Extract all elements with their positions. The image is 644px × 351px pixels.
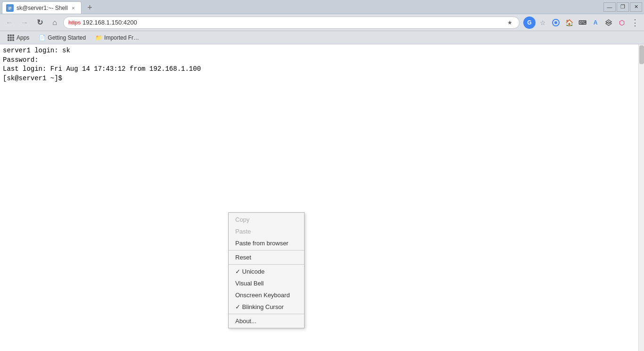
page-content: server1 login: sk Password: Last login: … [0, 44, 644, 351]
getting-started-bookmark[interactable]: 📄 Getting Started [35, 33, 90, 43]
terminal-line-3: Last login: Fri Aug 14 17:43:12 from 192… [3, 65, 641, 74]
ext-icon-2[interactable]: 🏠 [563, 17, 575, 29]
apps-grid-icon [8, 34, 14, 41]
terminal-line-2: Password: [3, 56, 641, 65]
terminal-line-1: server1 login: sk [3, 46, 641, 56]
address-bar[interactable]: https 192.168.1.150:4200 ★ [63, 17, 520, 29]
address-text: 192.168.1.150:4200 [83, 19, 505, 26]
ext-icon-keyboard[interactable]: ⌨ [576, 17, 588, 29]
minimize-button[interactable]: — [603, 2, 616, 12]
context-menu-section-4: About... [229, 314, 304, 328]
ext-icon-translate[interactable]: A [589, 17, 602, 29]
address-actions: ★ [505, 18, 514, 27]
context-menu-section-1: Copy Paste Paste from browser [229, 213, 304, 251]
new-tab-button[interactable]: + [83, 1, 97, 14]
bookmark-star-icon[interactable]: ★ [505, 18, 514, 27]
menu-button[interactable]: ⋮ [629, 17, 641, 29]
svg-rect-3 [8, 9, 10, 9]
reload-button[interactable]: ↻ [33, 16, 46, 29]
context-menu-section-2: Reset [229, 251, 304, 265]
page-icon: 📄 [39, 34, 46, 41]
tab-favicon [6, 4, 14, 12]
menu-item-copy[interactable]: Copy [229, 214, 304, 226]
imported-from-label: Imported From Fi [104, 34, 142, 41]
back-button[interactable]: ← [3, 16, 16, 29]
extension-icons: G ☆ 🏠 ⌨ A ⬡ ⋮ [523, 17, 641, 29]
apps-bookmark[interactable]: Apps [4, 33, 33, 43]
context-menu: Copy Paste Paste from browser Reset ✓ Un… [228, 212, 305, 328]
forward-button[interactable]: → [18, 16, 31, 29]
active-tab[interactable]: sk@server1:~- Shell × [2, 1, 82, 14]
menu-item-onscreen-keyboard[interactable]: Onscreen Keyboard [229, 289, 304, 301]
ext-icon-chrome[interactable] [550, 17, 562, 29]
menu-item-unicode[interactable]: ✓ Unicode [229, 266, 304, 277]
title-bar: sk@server1:~- Shell × + — ❐ ✕ [0, 0, 644, 14]
tab-close-button[interactable]: × [70, 4, 77, 12]
imported-from-bookmark[interactable]: 📁 Imported From Fi [91, 33, 146, 43]
terminal-area[interactable]: server1 login: sk Password: Last login: … [0, 44, 644, 351]
security-lock-icon: https [68, 19, 81, 26]
restore-button[interactable]: ❐ [617, 2, 629, 12]
svg-point-5 [554, 21, 557, 24]
tab-title: sk@server1:~- Shell [17, 5, 68, 11]
ext-icon-shield[interactable]: ⬡ [616, 17, 628, 29]
terminal-line-4: [sk@server1 ~]$ [3, 74, 641, 84]
scrollbar[interactable] [638, 44, 644, 351]
ext-icon-star[interactable]: ☆ [537, 17, 549, 29]
window-controls: — ❐ ✕ [603, 2, 642, 12]
close-button[interactable]: ✕ [630, 2, 642, 12]
browser-window: sk@server1:~- Shell × + — ❐ ✕ ← → ↻ ⌂ ht… [0, 0, 644, 351]
tab-bar: sk@server1:~- Shell × + [2, 0, 600, 14]
bookmarks-bar: Apps 📄 Getting Started 📁 Imported From F… [0, 31, 644, 44]
svg-rect-2 [8, 8, 11, 8]
ext-icon-1[interactable]: G [523, 17, 536, 29]
folder-icon: 📁 [95, 34, 102, 41]
context-menu-section-3: ✓ Unicode Visual Bell Onscreen Keyboard … [229, 265, 304, 314]
navigation-bar: ← → ↻ ⌂ https 192.168.1.150:4200 ★ G ☆ 🏠… [0, 14, 644, 31]
menu-item-blinking-cursor[interactable]: ✓ Blinking Cursor [229, 301, 304, 313]
menu-item-reset[interactable]: Reset [229, 251, 304, 263]
menu-item-paste[interactable]: Paste [229, 226, 304, 237]
svg-rect-1 [8, 7, 11, 8]
ext-icon-layers[interactable] [603, 17, 615, 29]
apps-label: Apps [17, 34, 29, 41]
menu-item-about[interactable]: About... [229, 315, 304, 327]
home-button[interactable]: ⌂ [48, 16, 61, 29]
scrollbar-thumb[interactable] [639, 45, 644, 64]
menu-item-paste-from-browser[interactable]: Paste from browser [229, 237, 304, 249]
getting-started-label: Getting Started [48, 34, 86, 41]
menu-item-visual-bell[interactable]: Visual Bell [229, 277, 304, 289]
